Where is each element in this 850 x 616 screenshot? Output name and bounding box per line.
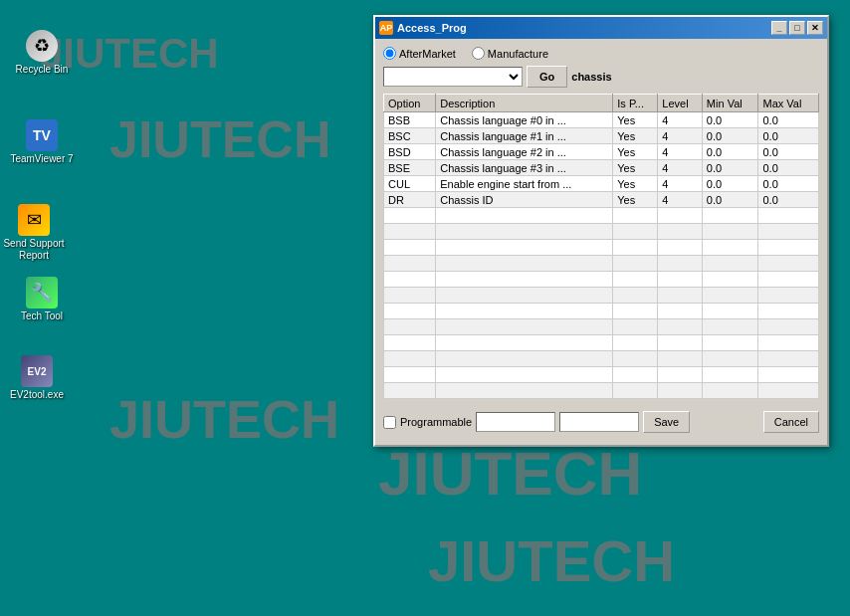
dialog-title-area: AP Access_Prog (379, 21, 467, 35)
empty-table-row (384, 208, 819, 224)
cell-isp: Yes (613, 144, 658, 160)
watermark-7: JIUTECH (428, 527, 675, 594)
desktop-icon-recycle[interactable]: ♻ Recycle Bin (10, 30, 74, 76)
ev2tool-icon: EV2 (21, 355, 53, 387)
cell-isp: Yes (613, 176, 658, 192)
go-button[interactable]: Go (527, 66, 567, 88)
col-minval: Min Val (702, 95, 758, 112)
bottom-row: Programmable Save Cancel (383, 407, 819, 437)
prog-input-1[interactable] (476, 412, 555, 432)
manufacture-radio[interactable] (472, 47, 485, 60)
cell-isp: Yes (613, 128, 658, 144)
radio-row: AfterMarket Manufacture (383, 47, 819, 60)
cell-level: 4 (658, 160, 703, 176)
table-row[interactable]: BSB Chassis language #0 in ... Yes 4 0.0… (384, 112, 819, 128)
desktop-icon-ev2tool[interactable]: EV2 EV2tool.exe (5, 355, 69, 401)
prog-input-2[interactable] (559, 412, 639, 432)
desktop-icon-send-support[interactable]: ✉ Send SupportReport (0, 204, 68, 262)
cell-option: CUL (384, 176, 436, 192)
col-option: Option (384, 95, 436, 112)
cell-maxval: 0.0 (758, 192, 819, 208)
cell-option: BSC (384, 128, 436, 144)
empty-table-row (384, 319, 819, 335)
chassis-label: chassis (571, 71, 611, 83)
dropdown-select[interactable] (383, 67, 523, 87)
aftermarket-label: AfterMarket (399, 48, 456, 60)
empty-table-row (384, 335, 819, 351)
watermark-5: JIUTECH (109, 388, 339, 450)
desktop-icon-tech-tool[interactable]: 🔧 Tech Tool (10, 277, 74, 322)
save-button[interactable]: Save (643, 411, 690, 433)
empty-table-row (384, 351, 819, 367)
tech-tool-icon: 🔧 (26, 277, 58, 308)
tech-tool-label: Tech Tool (21, 310, 63, 322)
teamviewer-label: TeamViewer 7 (10, 153, 73, 165)
cell-maxval: 0.0 (758, 176, 819, 192)
cell-option: BSB (384, 112, 436, 128)
aftermarket-radio[interactable] (383, 47, 396, 60)
cell-minval: 0.0 (702, 176, 758, 192)
aftermarket-radio-label[interactable]: AfterMarket (383, 47, 456, 60)
empty-table-row (384, 256, 819, 272)
cell-level: 4 (658, 176, 703, 192)
recycle-bin-label: Recycle Bin (16, 64, 69, 76)
cell-level: 4 (658, 192, 703, 208)
send-support-icon: ✉ (18, 204, 50, 236)
cell-option: BSD (384, 144, 436, 160)
control-row: Go chassis (383, 66, 819, 88)
cell-minval: 0.0 (702, 192, 758, 208)
bottom-btn-row: Cancel (763, 411, 819, 433)
dialog-title: Access_Prog (397, 22, 467, 34)
empty-table-row (384, 288, 819, 304)
col-description: Description (436, 95, 613, 112)
table-row[interactable]: CUL Enable engine start from ... Yes 4 0… (384, 176, 819, 192)
cell-maxval: 0.0 (758, 160, 819, 176)
dialog-body: AfterMarket Manufacture Go chassis Optio… (375, 39, 827, 445)
cell-description: Chassis language #1 in ... (436, 128, 613, 144)
manufacture-label: Manufacture (488, 48, 548, 60)
table-row[interactable]: BSC Chassis language #1 in ... Yes 4 0.0… (384, 128, 819, 144)
title-buttons: _ □ ✕ (771, 21, 823, 35)
cell-description: Enable engine start from ... (436, 176, 613, 192)
programmable-section: Programmable Save (383, 411, 690, 433)
watermark-2: JIUTECH (109, 109, 330, 169)
cell-level: 4 (658, 144, 703, 160)
programmable-checkbox[interactable] (383, 416, 396, 429)
cell-description: Chassis language #3 in ... (436, 160, 613, 176)
restore-button[interactable]: □ (789, 21, 805, 35)
desktop-icon-teamviewer[interactable]: TV TeamViewer 7 (10, 119, 74, 165)
cell-level: 4 (658, 128, 703, 144)
watermark-6: JIUTECH (378, 438, 642, 509)
cell-description: Chassis ID (436, 192, 613, 208)
teamviewer-icon: TV (26, 119, 58, 151)
cell-maxval: 0.0 (758, 112, 819, 128)
close-button[interactable]: ✕ (807, 21, 823, 35)
cell-level: 4 (658, 112, 703, 128)
table-row[interactable]: BSD Chassis language #2 in ... Yes 4 0.0… (384, 144, 819, 160)
empty-table-row (384, 383, 819, 399)
manufacture-radio-label[interactable]: Manufacture (472, 47, 548, 60)
cell-maxval: 0.0 (758, 128, 819, 144)
empty-table-row (384, 272, 819, 288)
table-row[interactable]: BSE Chassis language #3 in ... Yes 4 0.0… (384, 160, 819, 176)
cell-isp: Yes (613, 192, 658, 208)
programmable-label: Programmable (400, 416, 472, 428)
empty-table-row (384, 304, 819, 319)
minimize-button[interactable]: _ (771, 21, 787, 35)
empty-table-row (384, 240, 819, 256)
table-row[interactable]: DR Chassis ID Yes 4 0.0 0.0 (384, 192, 819, 208)
col-maxval: Max Val (758, 95, 819, 112)
cancel-button[interactable]: Cancel (763, 411, 819, 433)
dialog-titlebar: AP Access_Prog _ □ ✕ (375, 17, 827, 39)
col-isp: Is P... (613, 95, 658, 112)
send-support-label: Send SupportReport (3, 238, 64, 262)
cell-option: BSE (384, 160, 436, 176)
cell-option: DR (384, 192, 436, 208)
ev2tool-label: EV2tool.exe (10, 389, 64, 401)
empty-table-row (384, 367, 819, 383)
col-level: Level (658, 95, 703, 112)
cell-minval: 0.0 (702, 160, 758, 176)
cell-minval: 0.0 (702, 128, 758, 144)
cell-description: Chassis language #0 in ... (436, 112, 613, 128)
access-prog-dialog: AP Access_Prog _ □ ✕ AfterMarket Manufac… (373, 15, 829, 447)
